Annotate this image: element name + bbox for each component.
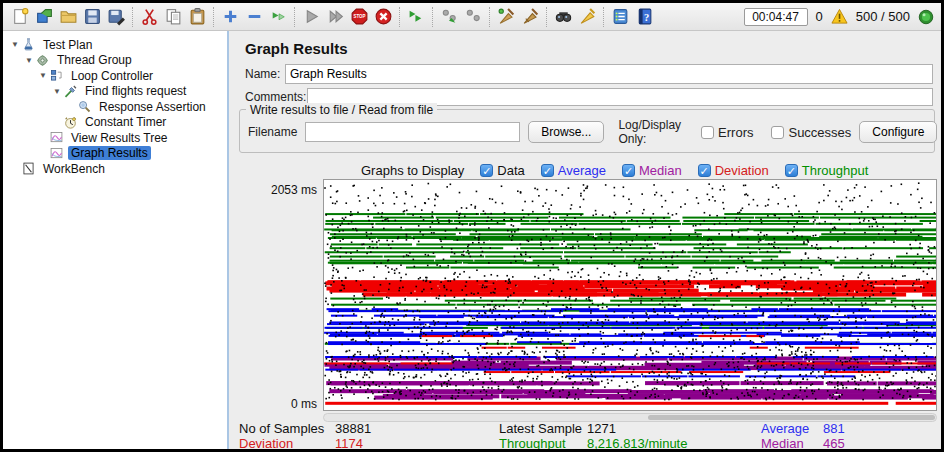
search-reset-button[interactable] xyxy=(575,5,599,29)
start-no-pauses-icon xyxy=(326,7,345,26)
tree-item-label: WorkBench xyxy=(40,162,108,176)
errors-label: Errors xyxy=(718,125,753,140)
start-no-pauses-button[interactable] xyxy=(323,5,347,29)
average-checkbox[interactable]: ✓ xyxy=(541,164,554,177)
cut-button[interactable] xyxy=(137,5,161,29)
loop-controller-icon xyxy=(49,68,64,83)
tree-item-test-plan[interactable]: ▼Test Plan xyxy=(3,37,227,53)
help-button[interactable]: ? xyxy=(632,5,656,29)
tree-item-graph-results[interactable]: Graph Results xyxy=(3,146,227,162)
no-of-samples-stat: No of Samples38881 xyxy=(239,421,371,436)
toolbar: STOP? 00:04:47 0 500 / 500 xyxy=(3,3,941,31)
clear-button[interactable] xyxy=(494,5,518,29)
expand-all-button[interactable] xyxy=(218,5,242,29)
name-input[interactable] xyxy=(285,64,933,84)
tree-item-response-assertion[interactable]: Response Assertion xyxy=(3,99,227,115)
timer-icon xyxy=(63,115,78,130)
save-as-button[interactable] xyxy=(104,5,128,29)
tree-expand-toggle-icon[interactable]: ▼ xyxy=(23,56,35,65)
remote-start-icon xyxy=(440,7,459,26)
browse-button[interactable]: Browse... xyxy=(528,121,604,143)
tree-item-find-flights-request[interactable]: ▼Find flights request xyxy=(3,84,227,100)
cut-icon xyxy=(140,7,159,26)
elapsed-timer: 00:04:47 xyxy=(744,8,808,26)
collapse-all-icon xyxy=(245,7,264,26)
write-results-group: Write results to file / Read from file F… xyxy=(239,109,935,153)
save-as-icon xyxy=(107,7,126,26)
toolbar-separator xyxy=(432,7,433,27)
graph-horizontal-scrollbar[interactable] xyxy=(323,413,937,422)
log-display-only-label: Log/Display Only: xyxy=(618,118,681,146)
name-row: Name: xyxy=(245,64,933,84)
throughput-checkbox[interactable]: ✓ xyxy=(785,164,798,177)
tree-item-label: Response Assertion xyxy=(96,100,209,114)
throughput-checkbox-label: Throughput xyxy=(802,163,869,178)
tree-item-loop-controller[interactable]: ▼Loop Controller xyxy=(3,68,227,84)
paste-icon xyxy=(188,7,207,26)
median-checkbox[interactable]: ✓ xyxy=(622,164,635,177)
sampler-icon xyxy=(63,84,78,99)
remote-start-button[interactable] xyxy=(437,5,461,29)
test-plan-icon xyxy=(21,37,36,52)
listener-icon xyxy=(49,146,64,161)
results-graph xyxy=(323,179,937,411)
successes-label: Successes xyxy=(788,125,851,140)
configure-button[interactable]: Configure xyxy=(859,121,937,143)
write-results-legend: Write results to file / Read from file xyxy=(246,103,437,117)
tree-expand-toggle-icon[interactable]: ▼ xyxy=(9,40,21,49)
save-button[interactable] xyxy=(80,5,104,29)
start-button[interactable] xyxy=(299,5,323,29)
open-template-button[interactable] xyxy=(32,5,56,29)
save-icon xyxy=(83,7,102,26)
tree-expand-toggle-icon[interactable]: ▼ xyxy=(37,71,49,80)
y-axis-min-label: 0 ms xyxy=(231,397,317,411)
filename-input[interactable] xyxy=(305,122,520,142)
stop-button[interactable]: STOP xyxy=(347,5,371,29)
open-template-icon xyxy=(35,7,54,26)
warning-icon[interactable] xyxy=(831,8,848,25)
paste-button[interactable] xyxy=(185,5,209,29)
tree-item-view-results-tree[interactable]: View Results Tree xyxy=(3,130,227,146)
deviation-checkbox[interactable]: ✓ xyxy=(698,164,711,177)
search-button[interactable] xyxy=(551,5,575,29)
median-display-option: ✓Median xyxy=(622,163,682,178)
collapse-all-button[interactable] xyxy=(242,5,266,29)
tree-expand-toggle-icon[interactable]: ▼ xyxy=(51,87,63,96)
graph-scrollbar-thumb[interactable] xyxy=(648,415,935,420)
shutdown-button[interactable] xyxy=(371,5,395,29)
toolbar-separator xyxy=(213,7,214,27)
search-icon xyxy=(554,7,573,26)
toolbar-separator xyxy=(132,7,133,27)
results-graph-canvas xyxy=(324,180,936,410)
tree-item-thread-group[interactable]: ▼Thread Group xyxy=(3,53,227,69)
clear-icon xyxy=(497,7,516,26)
thread-group-icon xyxy=(35,53,50,68)
tree-item-label: Graph Results xyxy=(68,146,151,160)
average-checkbox-label: Average xyxy=(558,163,606,178)
successes-checkbox[interactable] xyxy=(771,126,784,139)
deviation-checkbox-label: Deviation xyxy=(715,163,769,178)
tree-item-label: Find flights request xyxy=(82,84,189,98)
toggle-button[interactable] xyxy=(266,5,290,29)
tree-item-label: Constant Timer xyxy=(82,115,169,129)
test-plan-tree: ▼Test Plan▼Thread Group▼Loop Controller▼… xyxy=(3,31,229,449)
throughput-display-option: ✓Throughput xyxy=(785,163,869,178)
tree-item-label: View Results Tree xyxy=(68,131,171,145)
error-count[interactable]: 0 xyxy=(816,9,823,24)
remote-stop-button[interactable] xyxy=(461,5,485,29)
copy-button[interactable] xyxy=(161,5,185,29)
new-file-button[interactable] xyxy=(8,5,32,29)
clear-all-button[interactable] xyxy=(518,5,542,29)
function-helper-button[interactable] xyxy=(608,5,632,29)
clear-all-icon xyxy=(521,7,540,26)
data-checkbox[interactable]: ✓ xyxy=(480,164,493,177)
errors-checkbox[interactable] xyxy=(701,126,714,139)
remote-start-all-button[interactable] xyxy=(404,5,428,29)
name-label: Name: xyxy=(245,67,285,81)
stop-icon: STOP xyxy=(350,7,369,26)
tree-item-workbench[interactable]: WorkBench xyxy=(3,161,227,177)
graph-results-panel: Graph Results Name: Comments: Write resu… xyxy=(231,31,941,449)
tree-item-constant-timer[interactable]: Constant Timer xyxy=(3,115,227,131)
open-folder-button[interactable] xyxy=(56,5,80,29)
active-threads-count: 500 / 500 xyxy=(856,9,910,24)
